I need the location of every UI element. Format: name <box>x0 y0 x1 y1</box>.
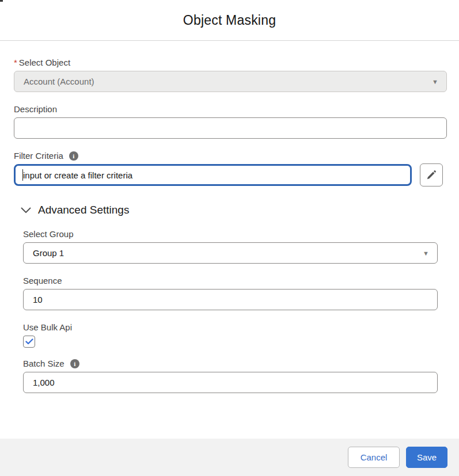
filter-criteria-label-text: Filter Criteria <box>14 151 63 161</box>
description-label: Description <box>14 104 447 115</box>
select-object-label: * Select Object <box>14 58 447 68</box>
chevron-down-icon <box>21 207 31 214</box>
batch-size-label-text: Batch Size <box>23 359 65 369</box>
use-bulk-api-checkbox[interactable] <box>23 336 35 348</box>
cancel-button[interactable]: Cancel <box>348 447 400 468</box>
filter-criteria-row: input or create a filter criteria <box>14 164 447 186</box>
save-button[interactable]: Save <box>406 447 447 468</box>
batch-size-label: Batch Size i <box>23 359 447 369</box>
edit-filter-button[interactable] <box>420 163 443 186</box>
chevron-down-icon: ▼ <box>432 78 438 85</box>
page-title: Object Masking <box>183 13 276 28</box>
filter-criteria-input[interactable]: input or create a filter criteria <box>14 164 412 186</box>
description-input[interactable] <box>14 117 447 139</box>
info-icon[interactable]: i <box>70 359 79 368</box>
sequence-label: Sequence <box>23 276 447 286</box>
sequence-field: Sequence <box>23 276 447 310</box>
advanced-settings-toggle[interactable]: Advanced Settings <box>14 204 447 216</box>
info-icon[interactable]: i <box>69 151 78 161</box>
modal-footer: Cancel Save <box>0 439 459 476</box>
use-bulk-api-field: Use Bulk Api <box>23 322 447 348</box>
description-field: Description <box>14 104 447 139</box>
advanced-settings-section: Select Group Group 1 ▼ Sequence Use Bulk… <box>14 229 447 393</box>
select-object-dropdown: Account (Account) ▼ <box>14 71 447 92</box>
pencil-icon <box>426 169 437 181</box>
select-group-label: Select Group <box>23 229 447 239</box>
select-group-value: Group 1 <box>33 248 64 258</box>
select-group-field: Select Group Group 1 ▼ <box>23 229 447 264</box>
filter-criteria-value: input or create a filter criteria <box>23 170 132 180</box>
advanced-settings-title: Advanced Settings <box>38 204 129 216</box>
use-bulk-api-label: Use Bulk Api <box>23 322 447 333</box>
sequence-input[interactable] <box>23 289 438 310</box>
filter-criteria-label: Filter Criteria i <box>14 151 447 161</box>
check-icon <box>25 338 33 345</box>
object-masking-modal: Object Masking * Select Object Account (… <box>0 0 459 476</box>
batch-size-field: Batch Size i <box>23 359 447 393</box>
filter-criteria-field: Filter Criteria i input or create a filt… <box>14 151 447 186</box>
modal-header: Object Masking <box>0 0 459 41</box>
corner-artifact <box>0 0 3 2</box>
select-object-field: * Select Object Account (Account) ▼ <box>14 58 447 92</box>
chevron-down-icon: ▼ <box>423 250 429 257</box>
modal-body: * Select Object Account (Account) ▼ Desc… <box>0 41 459 393</box>
select-group-dropdown[interactable]: Group 1 ▼ <box>23 242 438 264</box>
batch-size-input[interactable] <box>23 372 438 393</box>
select-object-label-text: Select Object <box>19 58 70 68</box>
required-asterisk: * <box>14 58 17 68</box>
select-object-value: Account (Account) <box>24 77 94 86</box>
